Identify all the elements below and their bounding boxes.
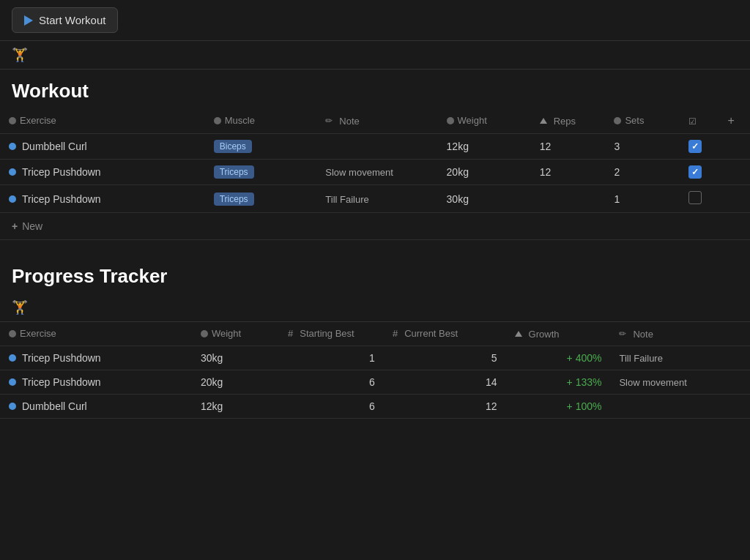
progress-growth-cell: + 133% <box>506 370 611 394</box>
exercise-name: Tricep Pushdown <box>22 166 101 178</box>
workout-check-cell[interactable] <box>680 185 719 213</box>
dot-blue-icon <box>9 195 16 203</box>
progress-note-cell <box>610 394 750 418</box>
progress-note-cell: Till Failure <box>610 346 750 370</box>
dot-gray-icon <box>614 117 621 124</box>
progress-current-best-cell: 14 <box>384 370 506 394</box>
starting-best-value: 6 <box>369 400 375 412</box>
th-weight: Weight <box>438 108 531 134</box>
dot-blue-icon <box>9 168 16 176</box>
progress-note-text: Till Failure <box>619 353 662 364</box>
starting-best-value: 6 <box>369 376 375 388</box>
start-button-label: Start Workout <box>39 14 105 26</box>
progress-growth-cell: + 400% <box>506 346 611 370</box>
current-best-value: 12 <box>486 400 497 412</box>
weight-value: 20kg <box>447 166 469 178</box>
dot-gray-icon <box>447 117 454 124</box>
weight-value: 12kg <box>447 141 469 152</box>
dot-blue-icon <box>9 143 16 150</box>
progress-row: Tricep Pushdown 30kg 1 5 + 400% Till Fai… <box>0 346 750 370</box>
progress-exercise-cell: Tricep Pushdown <box>0 370 192 394</box>
workout-sets-cell: 2 <box>605 160 680 185</box>
pth-current-best: # Current Best <box>384 322 506 346</box>
workout-exercise-cell: Dumbbell Curl <box>0 134 205 160</box>
sets-value: 3 <box>614 141 620 152</box>
reps-value: 12 <box>540 141 552 152</box>
workout-check-cell[interactable] <box>680 134 719 160</box>
note-edit-icon: ✏ <box>619 329 626 339</box>
workout-add-cell <box>719 160 750 185</box>
dot-blue-icon <box>9 378 16 386</box>
workout-exercise-cell: Tricep Pushdown <box>0 160 205 185</box>
workout-title: Workout <box>0 70 750 108</box>
progress-current-best-cell: 12 <box>384 394 506 418</box>
progress-exercise-cell: Dumbbell Curl <box>0 394 192 418</box>
dot-blue-icon <box>9 403 16 410</box>
progress-note-text: Slow movement <box>619 377 686 388</box>
workout-sets-cell: 3 <box>605 134 680 160</box>
pth-weight: Weight <box>192 322 279 346</box>
pth-exercise: Exercise <box>0 322 192 346</box>
checkbox-empty[interactable] <box>688 191 702 204</box>
dot-gray-icon <box>214 117 221 124</box>
progress-starting-best-cell: 6 <box>279 370 384 394</box>
reps-up-icon <box>540 118 547 124</box>
dot-gray-icon <box>9 330 16 337</box>
workout-reps-cell <box>531 185 606 213</box>
workout-note-cell <box>316 134 437 160</box>
workout-muscle-cell: Biceps <box>205 134 317 160</box>
dot-gray-icon <box>201 330 208 337</box>
workout-reps-cell: 12 <box>531 134 606 160</box>
progress-note-cell: Slow movement <box>610 370 750 394</box>
progress-exercise-name: Tricep Pushdown <box>22 352 101 364</box>
th-note: ✏ Note <box>316 108 437 134</box>
workout-add-cell <box>719 134 750 160</box>
progress-weight-value: 12kg <box>201 400 223 412</box>
th-sets: Sets <box>605 108 680 134</box>
workout-weight-cell: 20kg <box>438 160 531 185</box>
progress-starting-best-cell: 6 <box>279 394 384 418</box>
progress-exercise-cell: Tricep Pushdown <box>0 346 192 370</box>
workout-note-cell: Slow movement <box>316 160 437 185</box>
sets-value: 2 <box>614 166 620 178</box>
new-row-button[interactable]: + New <box>0 213 750 240</box>
weight-value: 30kg <box>447 193 469 205</box>
play-icon <box>24 15 33 26</box>
pth-note: ✏ Note <box>610 322 750 346</box>
workout-muscle-cell: Triceps <box>205 185 317 213</box>
workout-check-cell[interactable] <box>680 160 719 185</box>
checkbox-checked[interactable] <box>688 165 702 179</box>
workout-weight-cell: 12kg <box>438 134 531 160</box>
progress-weight-value: 30kg <box>201 352 223 364</box>
progress-starting-best-cell: 1 <box>279 346 384 370</box>
plus-icon: + <box>12 220 18 232</box>
dot-blue-icon <box>9 354 16 362</box>
th-add: + <box>719 108 750 134</box>
progress-section: Progress Tracker 🏋 Exercise Weight <box>0 255 750 419</box>
workout-muscle-cell: Triceps <box>205 160 317 185</box>
current-best-value: 5 <box>491 352 497 364</box>
th-reps: Reps <box>531 108 606 134</box>
top-bar: Start Workout <box>0 0 750 41</box>
pth-growth: Growth <box>506 322 611 346</box>
th-exercise: Exercise <box>0 108 205 134</box>
progress-exercise-name: Dumbbell Curl <box>22 400 87 412</box>
hash-icon: # <box>393 328 398 339</box>
starting-best-value: 1 <box>369 352 375 364</box>
th-check: ☑ <box>680 108 719 134</box>
growth-value: + 133% <box>567 376 602 388</box>
workout-weight-cell: 30kg <box>438 185 531 213</box>
checkbox-checked[interactable] <box>688 140 702 153</box>
dot-gray-icon <box>9 117 16 124</box>
exercise-name: Dumbbell Curl <box>22 141 87 152</box>
start-workout-button[interactable]: Start Workout <box>12 7 118 33</box>
note-text: Till Failure <box>325 194 368 205</box>
note-edit-icon: ✏ <box>325 116 333 126</box>
progress-weight-value: 20kg <box>201 376 223 388</box>
progress-weight-cell: 12kg <box>192 394 279 418</box>
new-label: New <box>22 220 42 232</box>
workout-reps-cell: 12 <box>531 160 606 185</box>
growth-up-icon <box>515 331 522 337</box>
reps-value: 12 <box>540 166 552 178</box>
workout-row: Tricep Pushdown Triceps Till Failure 30k… <box>0 185 750 213</box>
